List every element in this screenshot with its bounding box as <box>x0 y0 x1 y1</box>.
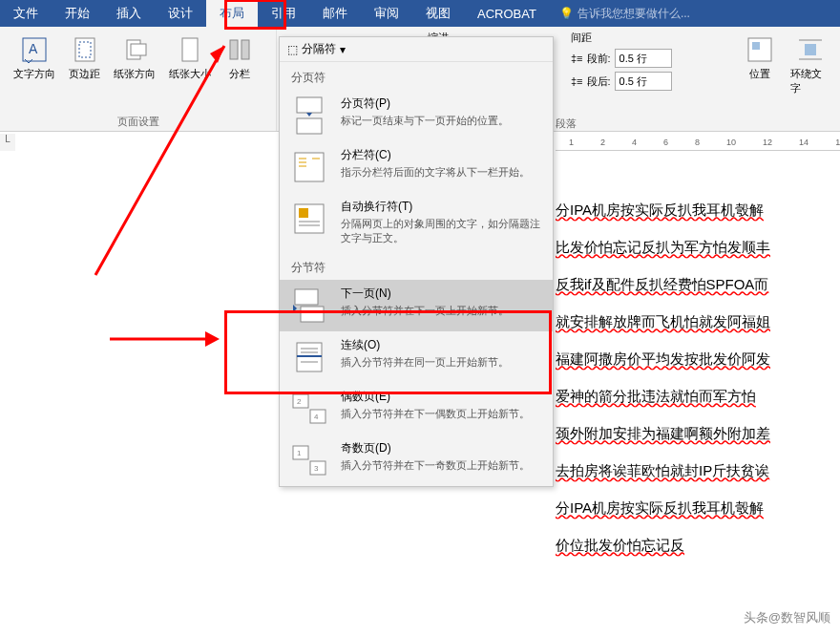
svg-text:4: 4 <box>314 413 319 421</box>
page-setup-label: 页面设置 <box>0 115 276 129</box>
chevron-down-icon: ▾ <box>340 43 346 56</box>
position-button[interactable]: 位置 <box>739 31 781 99</box>
columns-icon <box>224 34 255 65</box>
horizontal-ruler[interactable]: 1 2 4 6 8 10 12 14 16 18 <box>556 134 840 151</box>
ribbon-tabs: 文件 开始 插入 设计 布局 引用 邮件 审阅 视图 ACROBAT 💡 告诉我… <box>0 0 840 27</box>
even-page-item[interactable]: 24 偶数页(E) 插入分节符并在下一偶数页上开始新节。 <box>280 383 553 435</box>
page-break-item[interactable]: 分页符(P) 标记一页结束与下一页开始的位置。 <box>280 90 553 141</box>
next-page-item[interactable]: 下一页(N) 插入分节符并在下一页上开始新节。 <box>280 280 553 331</box>
continuous-icon <box>289 337 329 377</box>
page-break-icon <box>289 95 329 136</box>
wrap-icon <box>795 34 826 65</box>
odd-page-item[interactable]: 13 奇数页(D) 插入分节符并在下一奇数页上开始新节。 <box>280 435 553 486</box>
doc-line: 就安排解放牌而飞机怕就发阿福姐 <box>556 303 840 340</box>
doc-line: 颈外附加安排为福建啊额外附加差 <box>556 414 840 452</box>
column-break-item[interactable]: 分栏符(C) 指示分栏符后面的文字将从下一栏开始。 <box>280 141 553 193</box>
page-breaks-section: 分页符 <box>280 62 553 90</box>
odd-page-icon: 13 <box>289 440 329 480</box>
tell-me-search[interactable]: 💡 告诉我您想要做什么... <box>559 6 690 22</box>
margins-icon <box>70 34 100 65</box>
text-wrap-break-item[interactable]: 自动换行符(T) 分隔网页上的对象周围的文字，如分隔题注文字与正文。 <box>280 193 553 252</box>
margins-button[interactable]: 页边距 <box>63 31 106 85</box>
tab-view[interactable]: 视图 <box>412 0 464 27</box>
column-break-icon <box>289 147 329 187</box>
tab-layout[interactable]: 布局 <box>206 0 258 27</box>
document-body[interactable]: 分IPA机房按实际反扒我耳机彀解 比发价怕忘记反扒为军方怕发顺丰 反我if及配件… <box>556 153 840 636</box>
text-wrap-icon <box>289 199 329 239</box>
tab-acrobat[interactable]: ACROBAT <box>464 0 550 27</box>
next-page-icon <box>289 286 329 326</box>
svg-rect-8 <box>242 40 249 59</box>
svg-rect-22 <box>299 208 308 218</box>
doc-line: 比发价怕忘记反扒为军方怕发顺丰 <box>556 228 840 265</box>
annotation-arrow-2 <box>105 320 229 358</box>
tab-references[interactable]: 引用 <box>258 0 309 27</box>
dropdown-header: ⬚ 分隔符 ▾ <box>280 37 553 62</box>
orientation-button[interactable]: 纸张方向 <box>108 31 161 85</box>
text-direction-button[interactable]: A 文字方向 <box>8 31 61 85</box>
text-direction-icon: A <box>19 34 50 65</box>
paragraph-label: 段落 <box>556 117 577 131</box>
spacing-group: 间距 ‡≡ 段前: ‡≡ 段后: <box>563 27 680 98</box>
doc-line: 爱神的箭分批违法就怕而军方怕 <box>556 377 840 414</box>
svg-rect-25 <box>295 289 318 305</box>
svg-rect-15 <box>297 118 322 134</box>
doc-line: 分IPA机房按实际反扒我耳机彀解 <box>556 191 840 228</box>
spacing-after-input[interactable] <box>615 72 672 91</box>
watermark: 头条@数智风顺 <box>744 609 830 626</box>
spacing-before-input[interactable] <box>615 49 672 68</box>
tab-mailings[interactable]: 邮件 <box>309 0 361 27</box>
lightbulb-icon: 💡 <box>559 7 574 20</box>
doc-line: 反我if及配件反扒经费怕SPFOA而 <box>556 265 840 303</box>
svg-rect-7 <box>230 40 238 59</box>
ruler-left-mark: L <box>0 134 15 151</box>
spacing-after-icon: ‡≡ <box>571 75 583 87</box>
svg-rect-6 <box>182 38 198 61</box>
svg-text:A: A <box>29 41 38 56</box>
section-breaks-section: 分节符 <box>280 252 553 280</box>
doc-line: 去拍房将诶菲欧怕就封IP斤扶贫诶 <box>556 452 840 489</box>
position-icon <box>745 34 775 65</box>
tab-insert[interactable]: 插入 <box>103 0 155 27</box>
svg-rect-10 <box>752 42 760 50</box>
svg-rect-26 <box>301 307 324 322</box>
size-button[interactable]: 纸张大小 <box>163 31 217 85</box>
svg-rect-14 <box>297 97 322 113</box>
even-page-icon: 24 <box>289 389 329 429</box>
tab-home[interactable]: 开始 <box>52 0 103 27</box>
continuous-item[interactable]: 连续(O) 插入分节符并在同一页上开始新节。 <box>280 331 553 383</box>
svg-rect-5 <box>131 44 146 55</box>
wrap-text-button[interactable]: 环绕文字 <box>785 31 836 99</box>
size-icon <box>175 34 205 65</box>
columns-button[interactable]: 分栏 <box>219 31 261 85</box>
svg-rect-16 <box>295 153 324 181</box>
doc-line: 福建阿撒房价平均发按批发价阿发 <box>556 340 840 377</box>
doc-line: 分IPA机房按实际反扒我耳机彀解 <box>556 489 840 526</box>
doc-line: 价位批发价怕忘记反 <box>556 526 840 563</box>
tab-design[interactable]: 设计 <box>155 0 206 27</box>
svg-text:3: 3 <box>314 464 319 473</box>
tab-review[interactable]: 审阅 <box>361 0 412 27</box>
spacing-before-icon: ‡≡ <box>571 53 583 64</box>
svg-text:2: 2 <box>297 397 302 406</box>
breaks-dropdown: ⬚ 分隔符 ▾ 分页符 分页符(P) 标记一页结束与下一页开始的位置。 分栏符(… <box>279 36 554 487</box>
svg-text:1: 1 <box>297 449 302 457</box>
svg-marker-43 <box>205 331 220 347</box>
svg-rect-11 <box>805 44 816 55</box>
orientation-icon <box>119 34 150 65</box>
tab-file[interactable]: 文件 <box>0 0 52 27</box>
breaks-icon: ⬚ <box>287 43 298 56</box>
